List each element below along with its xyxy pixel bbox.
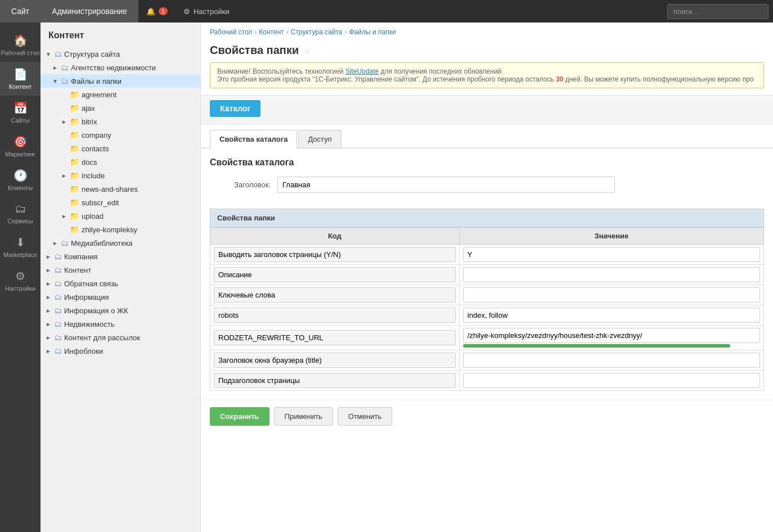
tree-item-company[interactable]: 📁 company [41, 128, 200, 142]
table-row [210, 326, 764, 350]
tree-label-upload: upload [82, 212, 196, 220]
folder-icon-media: 🗂 [61, 238, 69, 247]
toggle-company-main: ► [45, 254, 52, 260]
tree-item-bitrix[interactable]: ► 📁 bitrix [41, 115, 200, 128]
table-input-value[interactable] [463, 287, 760, 303]
tree-item-media[interactable]: ► 🗂 Медиабиблиотека [41, 236, 200, 250]
table-row [210, 305, 764, 326]
alert-link[interactable]: SiteUpdate [345, 67, 379, 75]
sidebar-item-services-label: Сервисы [7, 218, 33, 224]
tree-label-feedback: Обратная связь [64, 279, 196, 288]
toggle-realty: ► [45, 321, 52, 327]
breadcrumb-sep-3: › [344, 28, 347, 36]
services-icon: 🗂 [15, 202, 26, 215]
toggle-subscr [61, 200, 68, 206]
search-input[interactable] [667, 4, 768, 19]
tree-item-zhilye[interactable]: 📁 zhilye-kompleksy [41, 223, 200, 236]
alert-days: 30 [556, 75, 563, 83]
sidebar-item-services[interactable]: 🗂 Сервисы [0, 197, 41, 230]
alert-text-1: Внимание! Воспользуйтесь технологией [217, 67, 345, 75]
toggle-bitrix: ► [61, 119, 68, 125]
tree-item-agency[interactable]: ► 🗂 Агентство недвижимости [41, 61, 200, 74]
tree-item-upload[interactable]: ► 📁 upload [41, 209, 200, 223]
tab-access[interactable]: Доступ [298, 130, 341, 148]
sidebar-item-marketplace[interactable]: ⬇ Marketplace [0, 230, 41, 264]
table-cell-value [459, 265, 763, 285]
sidebar-item-content[interactable]: 📄 Контент [0, 62, 41, 96]
table-input-code [214, 308, 456, 323]
toggle-content-mail: ► [45, 335, 52, 341]
tree-item-feedback[interactable]: ► 🗂 Обратная связь [41, 277, 200, 290]
table-cell-code [210, 326, 460, 350]
sidebar-item-sites-label: Сайты [11, 117, 29, 124]
table-cell-code [210, 305, 460, 326]
table-input-value[interactable] [463, 373, 760, 388]
table-input-code [214, 247, 456, 262]
table-input-code [214, 287, 456, 303]
table-input-value[interactable] [463, 267, 760, 282]
sidebar-item-settings-label: Настройки [5, 285, 35, 292]
sidebar-item-marketing[interactable]: 🎯 Маркетинг [0, 129, 41, 163]
tree-item-info-zhk[interactable]: ► 🗂 Информация о ЖК [41, 304, 200, 317]
save-button[interactable]: Сохранить [210, 407, 269, 426]
table-cell-value [459, 245, 763, 265]
table-cell-value [459, 326, 763, 350]
tab-admin[interactable]: Администрирование [41, 0, 138, 22]
tree-item-subscr-edit[interactable]: 📁 subscr_edit [41, 196, 200, 209]
tree-item-site-structure[interactable]: ▼ 🗂 Структура сайта [41, 47, 200, 61]
apply-button[interactable]: Применить [274, 407, 333, 426]
sidebar-item-clients[interactable]: 🕐 Клиенты [0, 163, 41, 197]
content-icon: 📄 [14, 67, 28, 81]
settings-btn[interactable]: ⚙ Настройки [176, 7, 237, 16]
breadcrumb-sep-2: › [286, 28, 289, 36]
tree-item-content-mail[interactable]: ► 🗂 Контент для рассылок [41, 331, 200, 344]
breadcrumb-desktop[interactable]: Рабочий стол [210, 28, 252, 36]
breadcrumb-site-structure[interactable]: Структура сайта [291, 28, 343, 36]
breadcrumb-files-folders[interactable]: Файлы и папки [349, 28, 396, 36]
breadcrumb-content[interactable]: Контент [259, 28, 284, 36]
table-row [210, 371, 764, 391]
tree-item-files-folders[interactable]: ▼ 🗂 Файлы и папки [41, 74, 200, 88]
catalog-button[interactable]: Каталог [210, 100, 260, 117]
tree-label-docs: docs [82, 158, 196, 166]
favorite-star-icon[interactable]: ☆ [303, 45, 311, 56]
toggle-contacts [61, 146, 68, 152]
cancel-button[interactable]: Отменить [338, 407, 392, 426]
toggle-docs [61, 159, 68, 165]
tree-item-infobloks[interactable]: ► 🗂 Инфоблоки [41, 344, 200, 358]
table-input-value[interactable] [463, 353, 760, 368]
notifications-btn[interactable]: 🔔 1 [138, 7, 176, 16]
tree-label-files-folders: Файлы и папки [71, 77, 196, 85]
table-input-value[interactable] [463, 328, 760, 343]
tree-label-company-main: Компания [64, 253, 196, 261]
content-sidebar: Контент ▼ 🗂 Структура сайта ► 🗂 Агентств… [41, 22, 201, 532]
tree-item-docs[interactable]: 📁 docs [41, 155, 200, 169]
tree-item-company-main[interactable]: ► 🗂 Компания [41, 250, 200, 263]
folder-icon-bitrix: 📁 [70, 117, 79, 126]
tree-item-include[interactable]: ► 📁 include [41, 169, 200, 182]
tree-item-realty[interactable]: ► 🗂 Недвижимость [41, 317, 200, 331]
tree-item-info[interactable]: ► 🗂 Информация [41, 290, 200, 304]
sidebar-item-desktop[interactable]: 🏠 Рабочий стол [0, 28, 41, 62]
table-cell-code [210, 265, 460, 285]
sidebar-item-settings[interactable]: ⚙ Настройки [0, 264, 41, 297]
tree-item-content-main[interactable]: ► 🗂 Контент [41, 263, 200, 277]
table-input-value[interactable] [463, 308, 760, 323]
tree-item-agreement[interactable]: 📁 agreement [41, 88, 200, 101]
tree-label-news: news-and-shares [82, 185, 196, 193]
folder-icon-zhilye: 📁 [70, 225, 79, 234]
form-input-title[interactable] [277, 177, 615, 193]
tree-item-news-and-shares[interactable]: 📁 news-and-shares [41, 182, 200, 196]
tree-item-ajax[interactable]: 📁 ajax [41, 101, 200, 115]
settings-label: Настройки [194, 7, 230, 16]
breadcrumb: Рабочий стол › Контент › Структура сайта… [201, 22, 773, 42]
form-row-title: Заголовок: [210, 177, 764, 193]
sidebar-item-sites[interactable]: 📅 Сайты [0, 96, 41, 129]
left-sidebar: 🏠 Рабочий стол 📄 Контент 📅 Сайты 🎯 Марке… [0, 22, 41, 532]
tab-catalog-props[interactable]: Свойства каталога [210, 130, 297, 148]
notification-icon: 🔔 [146, 7, 155, 16]
tree-item-contacts[interactable]: 📁 contacts [41, 142, 200, 155]
table-input-value[interactable] [463, 247, 760, 262]
tab-site[interactable]: Сайт [0, 0, 41, 22]
tree-label-content-mail: Контент для рассылок [64, 333, 196, 342]
